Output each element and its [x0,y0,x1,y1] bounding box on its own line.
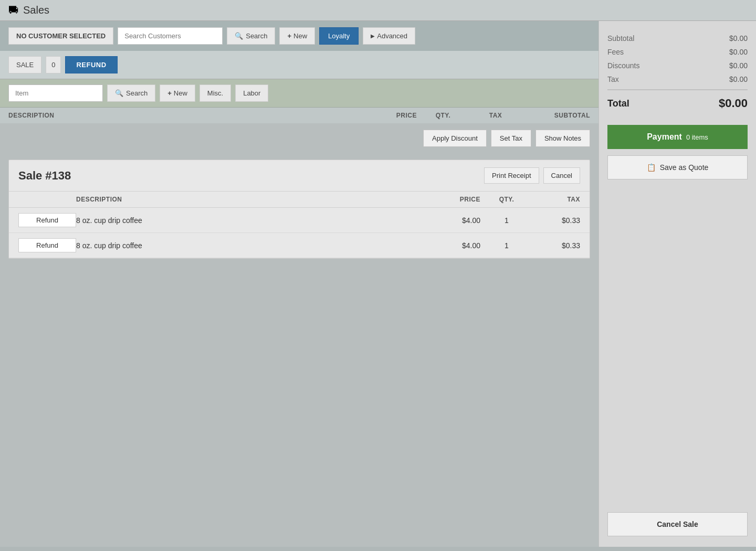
sale-col-price: PRICE [433,196,486,203]
payment-label: Payment [647,132,682,142]
spacer [607,179,748,512]
chevron-right-icon: ▶ [371,33,375,39]
customer-bar: NO CUSTOMER SELECTED 🔍 Search + New Loya… [0,21,598,51]
item-new-button[interactable]: + New [160,84,195,102]
payment-items-count: 0 items [686,133,708,141]
col-qty: QTY. [422,112,464,119]
discounts-row: Discounts $0.00 [607,59,748,72]
row1-qty: 1 [486,216,528,225]
cancel-card-button[interactable]: Cancel [543,167,580,184]
no-customer-button[interactable]: NO CUSTOMER SELECTED [8,27,113,45]
action-buttons-row: Apply Discount Set Tax Show Notes [0,123,598,153]
refund-button-2[interactable]: Refund [18,238,76,252]
item-new-label: New [174,89,187,97]
sale-refund-bar: SALE 0 REFUND [0,51,598,79]
sale-card: Sale #138 Print Receipt Cancel DESCRIPTI… [8,160,590,259]
tax-row: Tax $0.00 [607,72,748,86]
row1-tax: $0.33 [528,216,580,225]
search-customers-button[interactable]: 🔍 Search [227,27,275,45]
sale-tab[interactable]: SALE [8,56,41,73]
tax-label: Tax [607,75,619,83]
advanced-label: Advanced [377,32,407,40]
sale-col-tax: TAX [528,196,580,203]
save-quote-button[interactable]: 📋 Save as Quote [607,155,748,179]
sale-card-table-header: DESCRIPTION PRICE QTY. TAX [9,192,590,208]
person-icon: ⛟ [8,4,19,16]
search-icon: 🔍 [235,32,243,40]
row2-price: $4.00 [433,241,486,250]
col-subtotal: SUBTOTAL [527,112,590,119]
total-value: $0.00 [719,97,748,110]
save-quote-label: Save as Quote [660,163,709,172]
fees-value: $0.00 [729,48,748,56]
col-price: PRICE [380,112,422,119]
subtotal-label: Subtotal [607,34,634,43]
item-input[interactable] [8,84,103,102]
set-tax-button[interactable]: Set Tax [491,130,531,147]
sale-col-description: DESCRIPTION [76,196,433,203]
refund-button-1[interactable]: Refund [18,213,76,227]
labor-button[interactable]: Labor [235,84,268,102]
table-row: Refund 8 oz. cup drip coffee $4.00 1 $0.… [9,208,590,233]
fees-row: Fees $0.00 [607,45,748,59]
total-row: Total $0.00 [607,89,748,116]
loyalty-button[interactable]: Loyalty [319,27,359,45]
search-icon-item: 🔍 [115,89,123,97]
sale-card-actions: Print Receipt Cancel [484,167,580,184]
total-label: Total [607,98,629,109]
item-search-label: Search [126,89,148,97]
tax-value: $0.00 [729,75,748,83]
left-panel: NO CUSTOMER SELECTED 🔍 Search + New Loya… [0,21,598,547]
plus-icon-item: + [167,89,172,97]
item-bar: 🔍 Search + New Misc. Labor [0,79,598,108]
row1-price: $4.00 [433,216,486,225]
row2-description: 8 oz. cup drip coffee [76,241,433,250]
top-bar: ⛟ Sales [0,0,756,21]
right-panel: Subtotal $0.00 Fees $0.00 Discounts $0.0… [598,21,756,547]
subtotal-value: $0.00 [729,34,748,43]
payment-button[interactable]: Payment 0 items [607,125,748,149]
sale-col-qty: QTY. [486,196,528,203]
apply-discount-button[interactable]: Apply Discount [423,130,487,147]
new-customer-label: New [293,32,307,40]
advanced-button[interactable]: ▶ Advanced [363,27,415,45]
items-table-header: DESCRIPTION PRICE QTY. TAX SUBTOTAL [0,108,598,123]
row1-description: 8 oz. cup drip coffee [76,216,433,225]
row2-qty: 1 [486,241,528,250]
fees-label: Fees [607,48,624,56]
item-search-button[interactable]: 🔍 Search [107,84,155,102]
new-customer-button[interactable]: + New [279,27,315,45]
col-tax: TAX [464,112,527,119]
app-title: Sales [23,4,49,16]
print-receipt-button[interactable]: Print Receipt [484,167,539,184]
sale-title: Sale #138 [18,169,71,183]
cancel-sale-button[interactable]: Cancel Sale [607,512,748,536]
search-customers-input[interactable] [118,27,223,45]
doc-icon: 📋 [647,163,656,172]
sale-number: 0 [46,56,61,73]
sale-card-header: Sale #138 Print Receipt Cancel [9,160,590,192]
subtotal-row: Subtotal $0.00 [607,31,748,45]
misc-button[interactable]: Misc. [200,84,231,102]
discounts-value: $0.00 [729,61,748,70]
col-description: DESCRIPTION [8,112,380,119]
row2-tax: $0.33 [528,241,580,250]
plus-icon: + [287,32,291,40]
show-notes-button[interactable]: Show Notes [536,130,590,147]
sale-col-refund [18,196,76,203]
table-row: Refund 8 oz. cup drip coffee $4.00 1 $0.… [9,233,590,258]
main-layout: NO CUSTOMER SELECTED 🔍 Search + New Loya… [0,21,756,547]
search-customers-label: Search [246,32,267,40]
discounts-label: Discounts [607,61,639,70]
refund-tab[interactable]: REFUND [65,56,117,73]
